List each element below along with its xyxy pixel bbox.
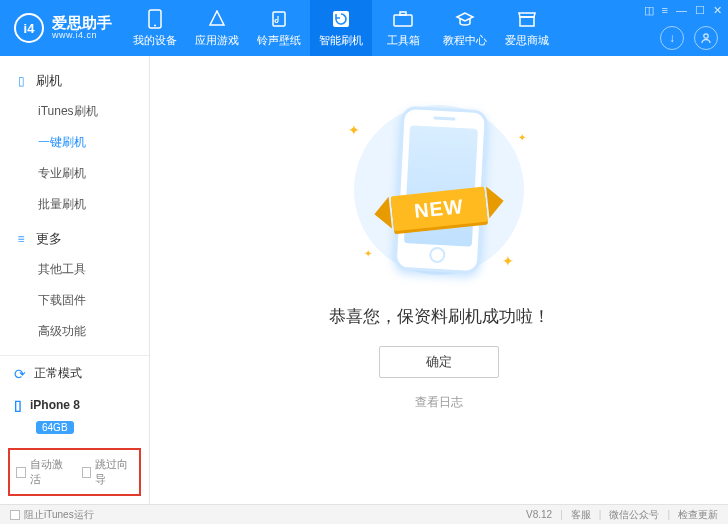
svg-rect-6 <box>520 17 534 26</box>
svg-rect-4 <box>394 15 412 26</box>
nav-toolbox[interactable]: 工具箱 <box>372 0 434 56</box>
nav-smart-flash[interactable]: 智能刷机 <box>310 0 372 56</box>
music-icon <box>269 9 289 29</box>
sidebar: ▯ 刷机 iTunes刷机 一键刷机 专业刷机 批量刷机 ≡ 更多 其他工具 下… <box>0 56 150 504</box>
nav-apps[interactable]: 应用游戏 <box>186 0 248 56</box>
svg-rect-5 <box>400 12 406 15</box>
confirm-button[interactable]: 确定 <box>379 346 499 378</box>
account-button[interactable] <box>694 26 718 50</box>
checkbox-icon <box>16 467 26 478</box>
highlighted-options: 自动激活 跳过向导 <box>8 448 141 496</box>
checkbox-icon <box>82 467 92 478</box>
nav-tutorial[interactable]: 教程中心 <box>434 0 496 56</box>
main-panel: ✦✦✦✦ NEW 恭喜您，保资料刷机成功啦！ 确定 查看日志 <box>150 56 728 504</box>
sidebar-item-pro-flash[interactable]: 专业刷机 <box>0 158 149 189</box>
nav-my-devices[interactable]: 我的设备 <box>124 0 186 56</box>
sidebar-group-more[interactable]: ≡ 更多 <box>0 220 149 254</box>
block-itunes-checkbox[interactable]: 阻止iTunes运行 <box>10 508 94 522</box>
app-url: www.i4.cn <box>52 31 112 41</box>
minimize-icon[interactable]: — <box>676 4 687 17</box>
phone-icon: ▯ <box>14 74 28 88</box>
window-controls: ◫ ≡ — ☐ ✕ <box>644 4 722 17</box>
shop-icon <box>517 9 537 29</box>
support-link[interactable]: 客服 <box>571 508 591 522</box>
phone-icon: ▯ <box>14 397 22 413</box>
phone-icon <box>145 9 165 29</box>
refresh-icon: ⟳ <box>14 366 26 382</box>
sidebar-item-download-firmware[interactable]: 下载固件 <box>0 285 149 316</box>
success-illustration: ✦✦✦✦ NEW <box>324 92 554 287</box>
app-name: 爱思助手 <box>52 15 112 32</box>
maximize-icon[interactable]: ☐ <box>695 4 705 17</box>
app-header: i4 爱思助手 www.i4.cn 我的设备 应用游戏 铃声壁纸 智能刷机 工具… <box>0 0 728 56</box>
appstore-icon <box>207 9 227 29</box>
success-message: 恭喜您，保资料刷机成功啦！ <box>329 305 550 328</box>
checkbox-icon <box>10 510 20 520</box>
toolbox-icon <box>393 9 413 29</box>
svg-point-7 <box>704 34 708 38</box>
wechat-link[interactable]: 微信公众号 <box>609 508 659 522</box>
menu-icon[interactable]: ≡ <box>662 4 668 17</box>
more-icon: ≡ <box>14 232 28 246</box>
sidebar-item-advanced[interactable]: 高级功能 <box>0 316 149 347</box>
top-nav: 我的设备 应用游戏 铃声壁纸 智能刷机 工具箱 教程中心 爱思商城 <box>124 0 558 56</box>
nav-mall[interactable]: 爱思商城 <box>496 0 558 56</box>
download-button[interactable]: ↓ <box>660 26 684 50</box>
close-icon[interactable]: ✕ <box>713 4 722 17</box>
svg-rect-2 <box>273 12 285 26</box>
sidebar-group-flash[interactable]: ▯ 刷机 <box>0 62 149 96</box>
check-update-link[interactable]: 检查更新 <box>678 508 718 522</box>
sidebar-item-itunes-flash[interactable]: iTunes刷机 <box>0 96 149 127</box>
auto-activate-checkbox[interactable]: 自动激活 <box>16 457 68 487</box>
storage-badge: 64GB <box>36 421 74 434</box>
device-row[interactable]: ▯ iPhone 8 <box>0 391 149 417</box>
version-label: V8.12 <box>526 509 552 520</box>
sidebar-item-batch-flash[interactable]: 批量刷机 <box>0 189 149 220</box>
sidebar-item-oneclick-flash[interactable]: 一键刷机 <box>0 127 149 158</box>
logo-icon: i4 <box>14 13 44 43</box>
sidebar-item-other-tools[interactable]: 其他工具 <box>0 254 149 285</box>
svg-point-1 <box>154 24 156 26</box>
app-logo: i4 爱思助手 www.i4.cn <box>0 0 124 56</box>
wardrobe-icon[interactable]: ◫ <box>644 4 654 17</box>
nav-ringtone[interactable]: 铃声壁纸 <box>248 0 310 56</box>
graduation-icon <box>455 9 475 29</box>
status-bar: 阻止iTunes运行 V8.12 | 客服 | 微信公众号 | 检查更新 <box>0 504 728 524</box>
view-log-link[interactable]: 查看日志 <box>415 394 463 411</box>
refresh-icon <box>331 9 351 29</box>
device-mode-row[interactable]: ⟳ 正常模式 <box>0 356 149 391</box>
skip-guide-checkbox[interactable]: 跳过向导 <box>82 457 134 487</box>
